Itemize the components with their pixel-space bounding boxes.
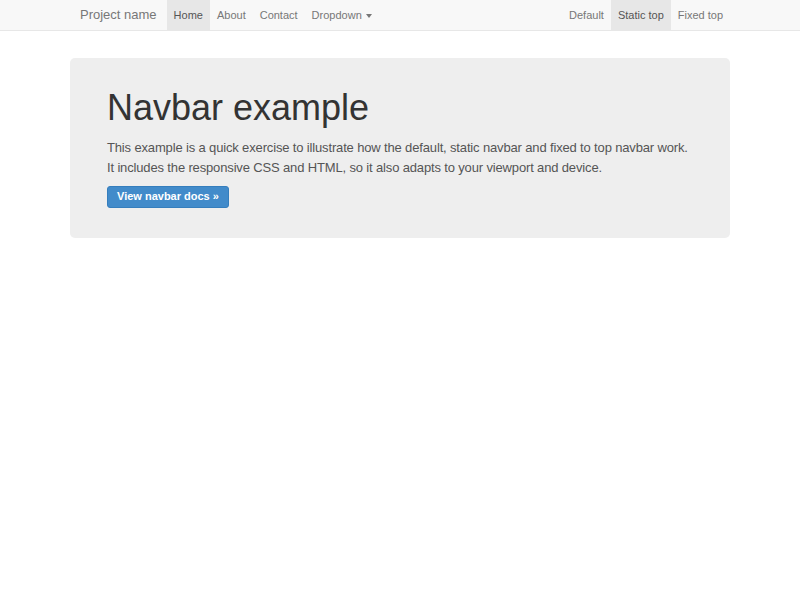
nav-item-fixed-top[interactable]: Fixed top [671,0,730,30]
navbar-left-nav: Home About Contact Dropdown [167,0,379,30]
jumbotron-description: This example is a quick exercise to illu… [107,138,693,178]
navbar: Project name Home About Contact Dropdown… [0,0,800,31]
nav-item: Home [167,0,210,30]
nav-item-home[interactable]: Home [167,0,210,30]
nav-item: Default [562,0,611,30]
nav-item-dropdown-label: Dropdown [312,9,362,21]
nav-item: Dropdown [305,0,379,30]
page-title: Navbar example [107,88,693,128]
jumbotron: Navbar example This example is a quick e… [70,58,730,238]
nav-item-dropdown[interactable]: Dropdown [305,0,379,30]
view-navbar-docs-button[interactable]: View navbar docs » [107,186,229,208]
main-content: Navbar example This example is a quick e… [0,58,800,238]
nav-item-static-top[interactable]: Static top [611,0,671,30]
caret-down-icon [366,14,372,18]
navbar-brand[interactable]: Project name [70,0,167,30]
navbar-right-nav: Default Static top Fixed top [562,0,730,30]
nav-item-contact[interactable]: Contact [253,0,305,30]
nav-item: Contact [253,0,305,30]
nav-item: Static top [611,0,671,30]
content-container: Navbar example This example is a quick e… [70,58,730,238]
nav-item-default[interactable]: Default [562,0,611,30]
nav-item-about[interactable]: About [210,0,253,30]
navbar-container: Project name Home About Contact Dropdown… [70,0,730,30]
nav-item: Fixed top [671,0,730,30]
nav-item: About [210,0,253,30]
